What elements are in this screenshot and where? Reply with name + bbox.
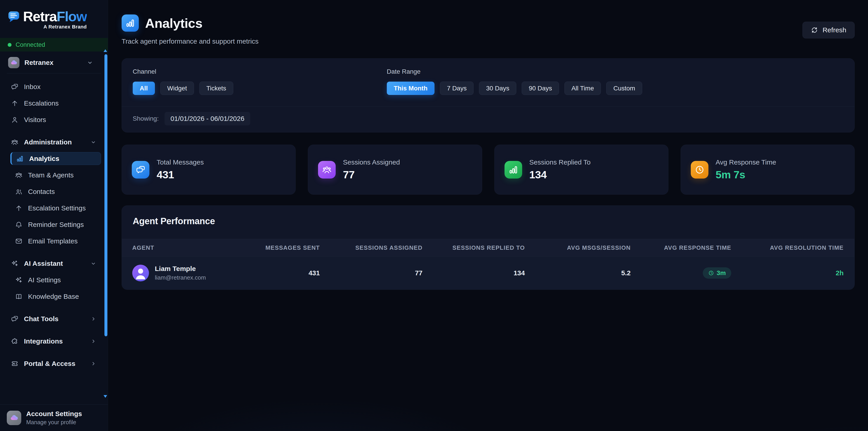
sidebar-section-administration[interactable]: Administration [6, 135, 101, 149]
sidebar-item-ai-settings[interactable]: AI Settings [10, 274, 101, 286]
chevron-right-icon [90, 361, 96, 367]
stat-value: 5m 7s [716, 168, 776, 181]
page-subtitle: Track agent performance and support metr… [122, 37, 258, 45]
stat-label: Total Messages [157, 158, 204, 166]
channel-option-widget[interactable]: Widget [160, 82, 194, 95]
brand-name: RetraFlow [23, 9, 87, 24]
sidebar-item-contacts[interactable]: Contacts [10, 185, 101, 198]
cell-messages-sent: 431 [309, 269, 320, 277]
date-range-filter-group: Date Range This Month 7 Days 30 Days 90 … [387, 68, 642, 95]
users-icon [15, 171, 23, 179]
page-header: Analytics Track agent performance and su… [122, 14, 855, 45]
table-row[interactable]: Liam Temple liam@retranex.com 431 77 134… [122, 256, 855, 289]
cell-sessions-replied: 134 [514, 269, 525, 277]
chevron-right-icon [90, 338, 96, 344]
chevron-down-icon [90, 139, 96, 145]
chevron-down-icon [87, 59, 93, 66]
agent-avatar [132, 265, 149, 281]
agent-email: liam@retranex.com [155, 274, 206, 281]
sidebar-item-team-agents[interactable]: Team & Agents [10, 168, 101, 182]
agent-performance-title: Agent Performance [122, 216, 855, 226]
account-subtitle: Manage your profile [26, 419, 82, 426]
stat-value: 431 [157, 168, 204, 181]
stat-label: Avg Response Time [716, 158, 776, 166]
bar-chart-icon [504, 161, 522, 179]
date-range-option-30-days[interactable]: 30 Days [479, 82, 516, 95]
bar-chart-icon [16, 155, 24, 162]
stat-card-sessions-assigned: Sessions Assigned 77 [308, 145, 482, 194]
users-group-icon [11, 138, 19, 146]
sidebar-nav: Inbox Escalations Visitors Administratio… [0, 73, 108, 404]
connection-status: Connected [0, 38, 108, 52]
response-time-badge: 3m [703, 267, 731, 279]
sidebar-item-email-templates[interactable]: Email Templates [10, 235, 101, 247]
sidebar-item-escalation-settings[interactable]: Escalation Settings [10, 202, 101, 214]
sidebar-section-ai-assistant[interactable]: AI Assistant [6, 257, 101, 270]
arrow-up-icon [11, 99, 19, 107]
agent-name: Liam Temple [155, 265, 206, 273]
table-header-row: AGENT MESSAGES SENT SESSIONS ASSIGNED SE… [122, 239, 855, 256]
scroll-down-arrow-icon[interactable] [103, 395, 107, 398]
stat-card-total-messages: Total Messages 431 [122, 145, 296, 194]
sidebar-item-inbox[interactable]: Inbox [6, 80, 101, 93]
showing-date-range: 01/01/2026 - 06/01/2026 [164, 112, 250, 125]
sidebar-section-integrations[interactable]: Integrations [6, 335, 101, 348]
date-range-option-custom[interactable]: Custom [606, 82, 642, 95]
column-header-avg-resolution-time: AVG RESOLUTION TIME [770, 244, 844, 251]
chat-bubbles-icon [132, 161, 149, 179]
column-header-sessions-replied: SESSIONS REPLIED TO [453, 244, 525, 251]
filters-panel: Channel All Widget Tickets Date Range Th… [122, 58, 855, 132]
brand-bubble-icon [8, 9, 20, 23]
stat-value: 134 [529, 168, 591, 181]
arrow-up-icon [15, 204, 23, 212]
brand-logo: RetraFlow A Retranex Brand [0, 0, 108, 32]
account-avatar [7, 411, 21, 425]
workspace-switcher[interactable]: Retranex [0, 52, 108, 73]
analytics-tile-icon [122, 14, 139, 32]
sparkles-icon [11, 260, 19, 267]
sidebar-item-escalations[interactable]: Escalations [6, 97, 101, 110]
sidebar-item-visitors[interactable]: Visitors [6, 113, 101, 126]
date-range-option-7-days[interactable]: 7 Days [440, 82, 473, 95]
column-header-avg-msgs-session: AVG MSGS/SESSION [567, 244, 631, 251]
sidebar-section-chat-tools[interactable]: Chat Tools [6, 312, 101, 325]
column-header-avg-response-time: AVG RESPONSE TIME [664, 244, 731, 251]
channel-option-all[interactable]: All [133, 82, 155, 95]
column-header-agent: AGENT [132, 244, 217, 251]
chat-bubbles-icon [11, 83, 19, 91]
date-range-option-all-time[interactable]: All Time [564, 82, 601, 95]
chat-bubble-icon [11, 315, 19, 323]
filter-divider [122, 106, 855, 106]
book-icon [15, 293, 23, 300]
sidebar-scrollbar[interactable] [104, 54, 107, 336]
chevron-right-icon [90, 316, 96, 322]
date-range-option-this-month[interactable]: This Month [387, 82, 434, 95]
stat-label: Sessions Replied To [529, 158, 591, 166]
brand-tagline: A Retranex Brand [43, 24, 87, 30]
cell-avg-response-time: 3m [703, 267, 731, 279]
refresh-button[interactable]: Refresh [802, 22, 855, 38]
column-header-messages-sent: MESSAGES SENT [266, 244, 320, 251]
channel-filter-group: Channel All Widget Tickets [133, 68, 387, 95]
ticket-icon [11, 360, 19, 368]
cell-sessions-assigned: 77 [415, 269, 423, 277]
sidebar-item-analytics[interactable]: Analytics [10, 152, 101, 165]
stats-row: Total Messages 431 Sessions Assigned 77 … [122, 145, 855, 194]
workspace-name: Retranex [24, 59, 53, 66]
sidebar-section-portal-access[interactable]: Portal & Access [6, 357, 101, 370]
clock-icon [691, 161, 708, 179]
account-title: Account Settings [26, 410, 82, 418]
stat-value: 77 [343, 168, 400, 181]
scroll-up-arrow-icon[interactable] [103, 49, 107, 52]
account-settings[interactable]: Account Settings Manage your profile [0, 404, 108, 431]
channel-option-tickets[interactable]: Tickets [199, 82, 233, 95]
stat-card-avg-response-time: Avg Response Time 5m 7s [681, 145, 855, 194]
sidebar-item-reminder-settings[interactable]: Reminder Settings [10, 218, 101, 231]
sidebar-item-knowledge-base[interactable]: Knowledge Base [10, 290, 101, 303]
sparkles-icon [15, 276, 23, 284]
column-header-sessions-assigned: SESSIONS ASSIGNED [355, 244, 423, 251]
status-dot-icon [8, 43, 11, 47]
page-title: Analytics [145, 16, 202, 31]
stat-card-sessions-replied: Sessions Replied To 134 [494, 145, 669, 194]
date-range-option-90-days[interactable]: 90 Days [522, 82, 559, 95]
